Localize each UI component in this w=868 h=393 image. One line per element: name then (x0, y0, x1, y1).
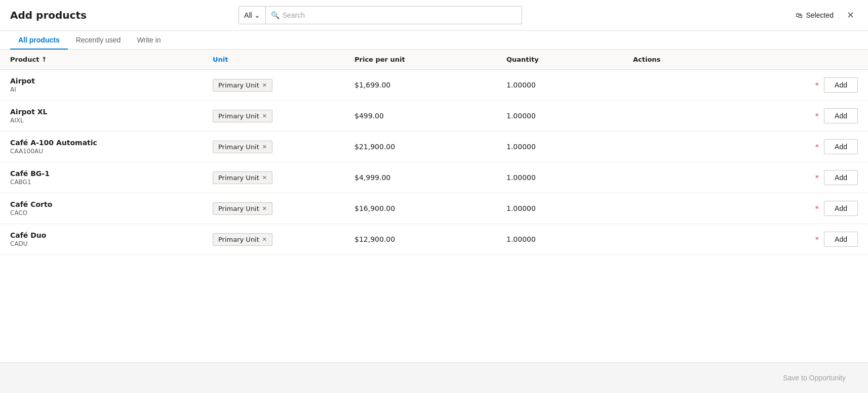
product-cell-5: Café Duo CADU (0, 224, 203, 255)
product-name-1: Airpot XL (10, 108, 192, 116)
quantity-cell-5: 1.00000 (496, 224, 623, 255)
price-cell-2: $21,900.00 (344, 132, 496, 162)
sort-asc-icon: ↑ (42, 56, 47, 63)
product-code-4: CACO (10, 209, 192, 216)
product-code-5: CADU (10, 240, 192, 247)
unit-cell-5: Primary Unit ✕ (203, 224, 344, 255)
unit-cell-1: Primary Unit ✕ (203, 101, 344, 132)
table-row: Airpot AI Primary Unit ✕ $1,699.00 1.000… (0, 70, 868, 101)
col-header-actions: Actions (623, 50, 868, 70)
table-row: Airpot XL AIXL Primary Unit ✕ $499.00 1.… (0, 101, 868, 132)
filter-label: All (244, 11, 252, 19)
add-button-5[interactable]: Add (824, 232, 858, 247)
search-container: All ⌄ 🔍 (239, 6, 522, 24)
selected-button[interactable]: 🛍 Selected (796, 11, 833, 19)
search-input-wrap: 🔍 (266, 11, 522, 19)
actions-cell-0: * Add (623, 70, 868, 101)
add-products-modal: Add products All ⌄ 🔍 🛍 Selected ✕ All pr… (0, 0, 868, 393)
unit-label-5: Primary Unit (218, 236, 259, 243)
add-button-0[interactable]: Add (824, 77, 858, 93)
quantity-cell-4: 1.00000 (496, 193, 623, 224)
product-code-0: AI (10, 86, 192, 93)
tab-write-in[interactable]: Write in (129, 31, 169, 49)
col-header-price: Price per unit (344, 50, 496, 70)
unit-label-1: Primary Unit (218, 112, 259, 120)
table-row: Café Corto CACO Primary Unit ✕ $16,900.0… (0, 193, 868, 224)
unit-label-3: Primary Unit (218, 174, 259, 182)
add-button-4[interactable]: Add (824, 201, 858, 216)
unit-tag-3[interactable]: Primary Unit ✕ (213, 171, 272, 184)
unit-remove-icon-1[interactable]: ✕ (262, 113, 267, 119)
unit-cell-0: Primary Unit ✕ (203, 70, 344, 101)
table-header-row: Product ↑ Unit Price per unit Quantity A… (0, 50, 868, 70)
required-star-3: * (815, 173, 819, 182)
quantity-cell-0: 1.00000 (496, 70, 623, 101)
add-button-3[interactable]: Add (824, 170, 858, 185)
product-cell-2: Café A-100 Automatic CAA100AU (0, 132, 203, 162)
product-cell-1: Airpot XL AIXL (0, 101, 203, 132)
price-cell-0: $1,699.00 (344, 70, 496, 101)
unit-label-2: Primary Unit (218, 143, 259, 151)
unit-tag-5[interactable]: Primary Unit ✕ (213, 233, 272, 246)
unit-tag-2[interactable]: Primary Unit ✕ (213, 141, 272, 153)
actions-cell-5: * Add (623, 224, 868, 255)
actions-cell-1: * Add (623, 101, 868, 132)
tabs-bar: All products Recently used Write in (0, 31, 868, 50)
product-name-0: Airpot (10, 77, 192, 85)
unit-remove-icon-2[interactable]: ✕ (262, 144, 267, 150)
chevron-down-icon: ⌄ (254, 11, 260, 19)
product-name-3: Café BG-1 (10, 169, 192, 178)
unit-remove-icon-4[interactable]: ✕ (262, 206, 267, 211)
modal-title: Add products (10, 9, 87, 21)
briefcase-icon: 🛍 (796, 11, 803, 19)
add-button-1[interactable]: Add (824, 108, 858, 123)
unit-tag-1[interactable]: Primary Unit ✕ (213, 110, 272, 122)
close-button[interactable]: ✕ (844, 8, 858, 22)
quantity-cell-3: 1.00000 (496, 162, 623, 193)
unit-cell-2: Primary Unit ✕ (203, 132, 344, 162)
required-star-0: * (815, 81, 819, 89)
table-row: Café A-100 Automatic CAA100AU Primary Un… (0, 132, 868, 162)
unit-label-0: Primary Unit (218, 81, 259, 89)
required-star-4: * (815, 204, 819, 212)
product-code-2: CAA100AU (10, 148, 192, 155)
product-name-5: Café Duo (10, 231, 192, 239)
quantity-cell-2: 1.00000 (496, 132, 623, 162)
selected-label: Selected (806, 11, 833, 19)
products-table-container: Product ↑ Unit Price per unit Quantity A… (0, 50, 868, 362)
product-code-3: CABG1 (10, 179, 192, 186)
products-table: Product ↑ Unit Price per unit Quantity A… (0, 50, 868, 255)
price-cell-1: $499.00 (344, 101, 496, 132)
product-cell-3: Café BG-1 CABG1 (0, 162, 203, 193)
unit-tag-4[interactable]: Primary Unit ✕ (213, 202, 272, 215)
tab-recently-used[interactable]: Recently used (68, 31, 129, 49)
header-right: 🛍 Selected ✕ (796, 8, 857, 22)
col-header-product[interactable]: Product ↑ (0, 50, 203, 70)
product-name-2: Café A-100 Automatic (10, 139, 192, 147)
tab-all-products[interactable]: All products (10, 31, 68, 49)
unit-cell-3: Primary Unit ✕ (203, 162, 344, 193)
quantity-cell-1: 1.00000 (496, 101, 623, 132)
unit-remove-icon-5[interactable]: ✕ (262, 237, 267, 242)
required-star-1: * (815, 112, 819, 120)
unit-tag-0[interactable]: Primary Unit ✕ (213, 79, 272, 92)
modal-footer: Save to Opportunity (0, 362, 868, 393)
add-button-2[interactable]: Add (824, 139, 858, 154)
unit-cell-4: Primary Unit ✕ (203, 193, 344, 224)
product-cell-0: Airpot AI (0, 70, 203, 101)
modal-header: Add products All ⌄ 🔍 🛍 Selected ✕ (0, 0, 868, 31)
table-row: Café BG-1 CABG1 Primary Unit ✕ $4,999.00… (0, 162, 868, 193)
required-star-5: * (815, 235, 819, 243)
unit-remove-icon-3[interactable]: ✕ (262, 175, 267, 181)
search-icon: 🔍 (271, 11, 280, 19)
save-to-opportunity-button[interactable]: Save to Opportunity (771, 369, 858, 387)
unit-remove-icon-0[interactable]: ✕ (262, 82, 267, 88)
actions-cell-3: * Add (623, 162, 868, 193)
col-header-quantity: Quantity (496, 50, 623, 70)
search-filter-button[interactable]: All ⌄ (239, 7, 266, 24)
col-header-unit: Unit (203, 50, 344, 70)
product-cell-4: Café Corto CACO (0, 193, 203, 224)
actions-cell-2: * Add (623, 132, 868, 162)
search-input[interactable] (283, 11, 517, 19)
price-cell-4: $16,900.00 (344, 193, 496, 224)
